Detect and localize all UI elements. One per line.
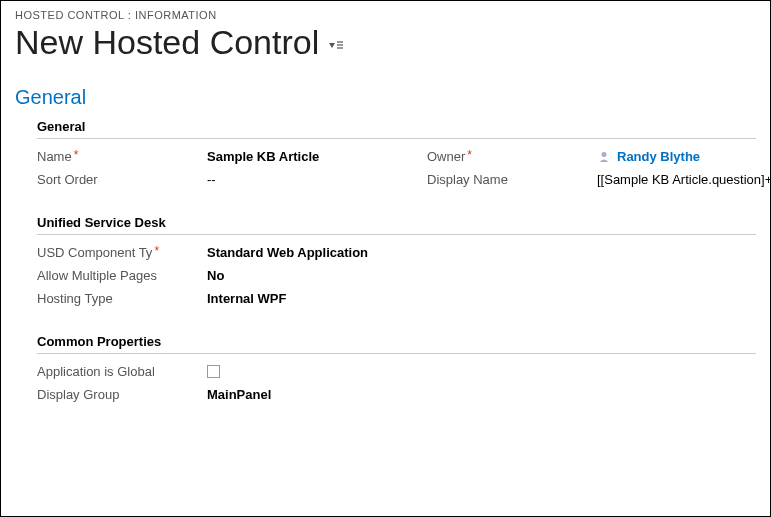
owner-link[interactable]: Randy Blythe bbox=[617, 149, 700, 164]
section-heading-usd: Unified Service Desk bbox=[37, 215, 756, 235]
page-title: New Hosted Control bbox=[15, 23, 319, 62]
value-sort-order[interactable]: -- bbox=[207, 172, 407, 187]
breadcrumb: HOSTED CONTROL : INFORMATION bbox=[15, 9, 756, 21]
value-display-group[interactable]: MainPanel bbox=[207, 387, 607, 402]
value-owner[interactable]: Randy Blythe bbox=[597, 149, 771, 164]
required-icon: * bbox=[154, 244, 159, 258]
label-sort-order: Sort Order bbox=[37, 172, 187, 187]
svg-point-4 bbox=[602, 152, 607, 157]
label-name: Name* bbox=[37, 149, 187, 164]
section-heading-common: Common Properties bbox=[37, 334, 756, 354]
label-display-name: Display Name bbox=[427, 172, 577, 187]
label-display-group: Display Group bbox=[37, 387, 187, 402]
required-icon: * bbox=[467, 148, 472, 162]
label-owner: Owner* bbox=[427, 149, 577, 164]
value-name[interactable]: Sample KB Article bbox=[207, 149, 407, 164]
section-usd: Unified Service Desk USD Component Ty* S… bbox=[15, 215, 756, 306]
section-general: General Name* Sample KB Article Owner* R… bbox=[15, 119, 756, 187]
label-hosting-type: Hosting Type bbox=[37, 291, 187, 306]
label-app-global: Application is Global bbox=[37, 364, 187, 379]
svg-marker-0 bbox=[329, 43, 335, 48]
value-hosting-type[interactable]: Internal WPF bbox=[207, 291, 607, 306]
person-icon bbox=[597, 150, 611, 164]
title-dropdown-icon[interactable] bbox=[329, 40, 343, 54]
value-allow-multiple[interactable]: No bbox=[207, 268, 607, 283]
section-heading-general: General bbox=[37, 119, 756, 139]
label-allow-multiple: Allow Multiple Pages bbox=[37, 268, 187, 283]
section-common: Common Properties Application is Global … bbox=[15, 334, 756, 402]
section-tab-general[interactable]: General bbox=[15, 86, 756, 109]
value-component-type[interactable]: Standard Web Application bbox=[207, 245, 607, 260]
page-title-row: New Hosted Control bbox=[15, 23, 756, 62]
label-component-type: USD Component Ty* bbox=[37, 245, 187, 260]
required-icon: * bbox=[74, 148, 79, 162]
value-display-name[interactable]: [[Sample KB Article.question]+] bbox=[597, 172, 771, 187]
checkbox-app-global[interactable] bbox=[207, 365, 220, 378]
value-app-global[interactable] bbox=[207, 365, 607, 378]
